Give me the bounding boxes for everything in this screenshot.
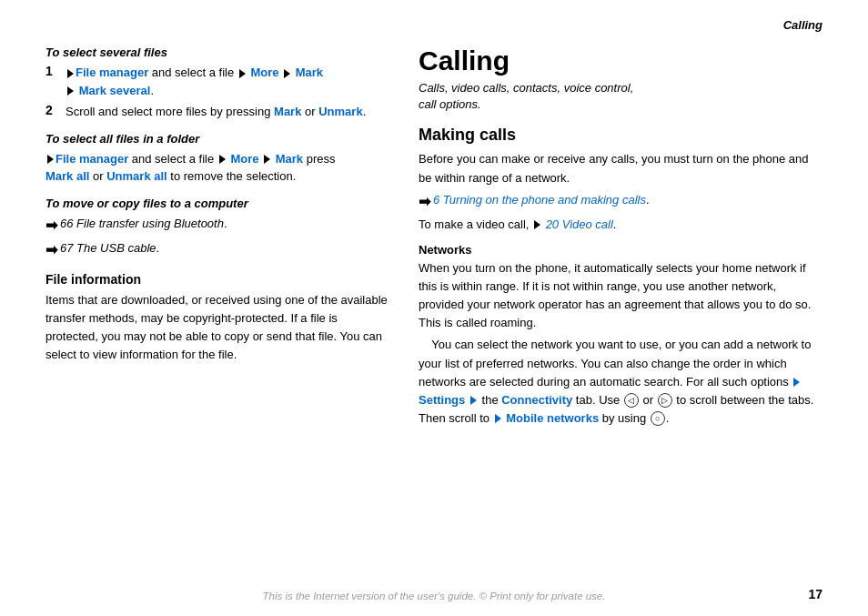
section-header-label: Calling xyxy=(783,18,823,32)
section3-bullet2: ➡ 67 The USB cable. xyxy=(45,239,391,261)
settings-link: Settings xyxy=(419,393,465,407)
step1-content: File manager and select a file More Mark… xyxy=(66,64,323,99)
video-call-link: 20 Video call xyxy=(546,217,613,231)
arrow-connectivity xyxy=(470,396,477,405)
section3-bullet2-text: 67 The USB cable. xyxy=(60,239,159,258)
mobile-networks-link: Mobile networks xyxy=(506,411,599,425)
step2-content: Scroll and select more files by pressing… xyxy=(66,103,366,121)
section2-markall: Mark all xyxy=(45,169,89,183)
arrow-icon3 xyxy=(284,69,290,78)
arrow-settings xyxy=(793,378,800,387)
section-header: Calling xyxy=(783,18,823,32)
step1-more: More xyxy=(250,66,278,79)
page-subtitle-text: Calls, video calls, contacts, voice cont… xyxy=(419,81,633,111)
step2-number: 2 xyxy=(45,103,62,121)
arrow-icon2 xyxy=(239,69,246,78)
step1: 1 File manager and select a file More Ma… xyxy=(45,64,391,99)
step2: 2 Scroll and select more files by pressi… xyxy=(45,103,391,121)
page-subtitle: Calls, video calls, contacts, voice cont… xyxy=(419,80,823,113)
section2-unmarkall: Unmark all xyxy=(106,169,167,183)
step1-markseveral: Mark several xyxy=(79,84,151,97)
scroll-left-icon: ◁ xyxy=(624,393,639,408)
section4-body: Items that are downloaded, or received u… xyxy=(45,291,391,365)
section2-mark: Mark xyxy=(276,152,303,166)
connectivity-link: Connectivity xyxy=(501,393,572,407)
arrow-icon-video xyxy=(534,220,540,229)
step2-unmark: Unmark xyxy=(318,105,362,118)
section3-bullet1-text: 66 File transfer using Bluetooth. xyxy=(60,215,227,233)
step1-filemanager: File manager xyxy=(76,66,148,79)
section3-title: To move or copy files to a computer xyxy=(45,197,391,210)
section2-filemanager: File manager xyxy=(56,152,128,166)
section2-content: File manager and select a file More Mark… xyxy=(45,150,391,186)
section2-title: To select all files in a folder xyxy=(45,132,391,146)
making-calls-link2: To make a video call, 20 Video call. xyxy=(419,216,823,234)
page-container: Calling To select several files 1 File m… xyxy=(0,0,868,616)
networks-heading: Networks xyxy=(419,243,823,257)
arrow-icon7 xyxy=(264,155,270,164)
arrow-mobile xyxy=(495,414,501,423)
footer-text: This is the Internet version of the user… xyxy=(0,591,868,601)
scroll-right-icon: ▷ xyxy=(658,393,672,408)
arrow-bold1: ➡ xyxy=(45,215,57,237)
left-column: To select several files 1 File manager a… xyxy=(45,45,391,589)
arrow-icon6 xyxy=(219,155,226,164)
content-area: To select several files 1 File manager a… xyxy=(45,45,823,589)
page-number: 17 xyxy=(808,587,823,601)
step1-number: 1 xyxy=(45,64,62,99)
arrow-icon5 xyxy=(47,155,54,164)
step2-mark: Mark xyxy=(274,105,301,118)
arrow-bold2: ➡ xyxy=(45,239,57,261)
section2-more: More xyxy=(230,152,258,166)
making-calls-link1: ➡ 6 Turning on the phone and making call… xyxy=(419,191,823,213)
making-calls-link1-text: 6 Turning on the phone and making calls. xyxy=(433,191,650,209)
page-title: Calling xyxy=(419,45,823,76)
section1-title: To select several files xyxy=(45,45,391,59)
arrow-icon xyxy=(67,69,74,78)
section3-bullet1: ➡ 66 File transfer using Bluetooth. xyxy=(45,215,391,237)
section4-title: File information xyxy=(45,272,391,287)
step1-mark: Mark xyxy=(296,66,323,79)
networks-body2: You can select the network you want to u… xyxy=(419,336,823,428)
making-calls-intro: Before you can make or receive any calls… xyxy=(419,150,823,187)
scroll-joystick-icon: ○ xyxy=(651,411,665,426)
right-column: Calling Calls, video calls, contacts, vo… xyxy=(419,45,823,589)
networks-body1: When you turn on the phone, it automatic… xyxy=(419,259,823,333)
arrow-icon4 xyxy=(67,86,74,96)
making-calls-heading: Making calls xyxy=(419,126,823,145)
arrow-bold-link1: ➡ xyxy=(419,191,430,213)
